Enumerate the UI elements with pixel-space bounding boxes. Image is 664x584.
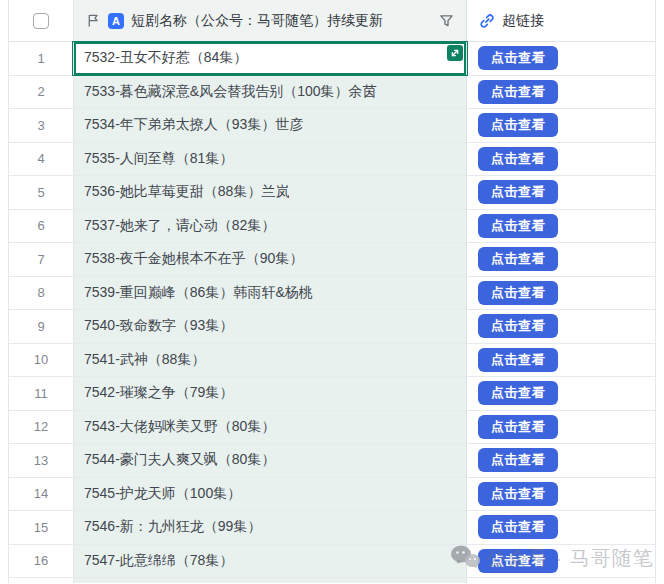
row-number[interactable]: 6: [9, 210, 73, 243]
row-number[interactable]: 16: [9, 545, 73, 578]
table-row: 4 7535-人间至尊（81集） 点击查看: [9, 143, 655, 177]
drama-title: 7546-新：九州狂龙（99集）: [84, 518, 261, 536]
drama-title: 7547-此意绵绵（78集）: [84, 552, 233, 570]
flag-icon: [86, 13, 101, 28]
link-cell: 点击查看: [467, 76, 655, 109]
table-row: 11 7542-璀璨之争（79集） 点击查看: [9, 377, 655, 411]
name-column-header[interactable]: A 短剧名称（公众号：马哥随笔）持续更新: [73, 0, 467, 41]
view-link-button[interactable]: 点击查看: [478, 46, 558, 70]
view-link-button[interactable]: 点击查看: [478, 348, 558, 372]
table-header-row: A 短剧名称（公众号：马哥随笔）持续更新 超链接: [9, 0, 655, 42]
drama-title: 7539-重回巅峰（86集）韩雨轩&杨桃: [84, 284, 313, 302]
row-number[interactable]: 3: [9, 109, 73, 142]
expand-cell-icon[interactable]: [447, 45, 463, 61]
row-number[interactable]: 11: [9, 377, 73, 410]
name-cell[interactable]: 7541-武神（88集）: [73, 344, 467, 377]
link-cell: 点击查看: [467, 42, 655, 75]
name-cell[interactable]: 7544-豪门夫人爽又飒（80集）: [73, 444, 467, 477]
name-cell[interactable]: 7533-暮色藏深意&风会替我告别（100集）余茵: [73, 76, 467, 109]
table-row: 3 7534-年下弟弟太撩人（93集）世彦 点击查看: [9, 109, 655, 143]
view-link-button[interactable]: 点击查看: [478, 482, 558, 506]
drama-title: 7540-致命数字（93集）: [84, 317, 233, 335]
name-cell[interactable]: 7542-璀璨之争（79集）: [73, 377, 467, 410]
view-link-button[interactable]: 点击查看: [478, 549, 558, 573]
table-body: 1 7532-丑女不好惹（84集） 点击查看 2 7533-暮色藏深意&风会替我…: [9, 42, 655, 578]
table-row: 9 7540-致命数字（93集） 点击查看: [9, 310, 655, 344]
data-table: A 短剧名称（公众号：马哥随笔）持续更新 超链接: [8, 0, 656, 583]
link-cell: 点击查看: [467, 377, 655, 410]
view-link-button[interactable]: 点击查看: [478, 80, 558, 104]
link-cell: 点击查看: [467, 444, 655, 477]
drama-title: 7537-她来了，请心动（82集）: [84, 217, 275, 235]
link-icon: [479, 13, 495, 29]
link-cell: 点击查看: [467, 109, 655, 142]
table-row: 1 7532-丑女不好惹（84集） 点击查看: [9, 42, 655, 76]
name-cell[interactable]: 7536-她比草莓更甜（88集）兰岚: [73, 176, 467, 209]
link-cell: 点击查看: [467, 344, 655, 377]
table-row: 15 7546-新：九州狂龙（99集） 点击查看: [9, 511, 655, 545]
select-all-cell: [9, 0, 73, 41]
name-cell-selected[interactable]: 7532-丑女不好惹（84集）: [73, 42, 467, 75]
name-cell[interactable]: 7543-大佬妈咪美又野（80集）: [73, 411, 467, 444]
name-cell[interactable]: 7535-人间至尊（81集）: [73, 143, 467, 176]
drama-title: 7532-丑女不好惹（84集）: [84, 49, 247, 67]
table-row: 5 7536-她比草莓更甜（88集）兰岚 点击查看: [9, 176, 655, 210]
drama-title: 7544-豪门夫人爽又飒（80集）: [84, 451, 275, 469]
name-cell[interactable]: 7545-护龙天师（100集）: [73, 478, 467, 511]
text-field-type-icon: A: [108, 13, 124, 29]
link-cell: 点击查看: [467, 511, 655, 544]
view-link-button[interactable]: 点击查看: [478, 381, 558, 405]
drama-title: 7543-大佬妈咪美又野（80集）: [84, 418, 275, 436]
bitable-view: A 短剧名称（公众号：马哥随笔）持续更新 超链接: [0, 0, 664, 584]
view-link-button[interactable]: 点击查看: [478, 247, 558, 271]
row-number[interactable]: 10: [9, 344, 73, 377]
link-cell: 点击查看: [467, 478, 655, 511]
name-cell[interactable]: 7537-她来了，请心动（82集）: [73, 210, 467, 243]
drama-title: 7542-璀璨之争（79集）: [84, 384, 233, 402]
drama-title: 7545-护龙天师（100集）: [84, 485, 241, 503]
link-cell: 点击查看: [467, 545, 655, 578]
name-cell[interactable]: 7547-此意绵绵（78集）: [73, 545, 467, 578]
row-number[interactable]: 12: [9, 411, 73, 444]
name-cell[interactable]: 7546-新：九州狂龙（99集）: [73, 511, 467, 544]
table-row: 12 7543-大佬妈咪美又野（80集） 点击查看: [9, 411, 655, 445]
link-cell: 点击查看: [467, 243, 655, 276]
drama-title: 7534-年下弟弟太撩人（93集）世彦: [84, 116, 303, 134]
row-number[interactable]: 4: [9, 143, 73, 176]
view-link-button[interactable]: 点击查看: [478, 214, 558, 238]
view-link-button[interactable]: 点击查看: [478, 415, 558, 439]
view-link-button[interactable]: 点击查看: [478, 180, 558, 204]
row-number[interactable]: 13: [9, 444, 73, 477]
row-number[interactable]: 5: [9, 176, 73, 209]
view-link-button[interactable]: 点击查看: [478, 314, 558, 338]
row-number[interactable]: 7: [9, 243, 73, 276]
table-row: 8 7539-重回巅峰（86集）韩雨轩&杨桃 点击查看: [9, 277, 655, 311]
table-row: 6 7537-她来了，请心动（82集） 点击查看: [9, 210, 655, 244]
table-row: 2 7533-暮色藏深意&风会替我告别（100集）余茵 点击查看: [9, 76, 655, 110]
row-number[interactable]: 2: [9, 76, 73, 109]
view-link-button[interactable]: 点击查看: [478, 515, 558, 539]
view-link-button[interactable]: 点击查看: [478, 147, 558, 171]
view-link-button[interactable]: 点击查看: [478, 281, 558, 305]
name-cell[interactable]: 7540-致命数字（93集）: [73, 310, 467, 343]
row-number[interactable]: 8: [9, 277, 73, 310]
table-row: 7 7538-夜千金她根本不在乎（90集） 点击查看: [9, 243, 655, 277]
link-cell: 点击查看: [467, 176, 655, 209]
drama-title: 7541-武神（88集）: [84, 351, 205, 369]
name-cell[interactable]: 7539-重回巅峰（86集）韩雨轩&杨桃: [73, 277, 467, 310]
filter-icon[interactable]: [439, 13, 454, 28]
select-all-checkbox[interactable]: [33, 13, 49, 29]
link-cell: 点击查看: [467, 210, 655, 243]
view-link-button[interactable]: 点击查看: [478, 448, 558, 472]
drama-title: 7535-人间至尊（81集）: [84, 150, 233, 168]
name-cell[interactable]: 7538-夜千金她根本不在乎（90集）: [73, 243, 467, 276]
row-number[interactable]: 14: [9, 478, 73, 511]
row-number[interactable]: 9: [9, 310, 73, 343]
link-column-header[interactable]: 超链接: [467, 0, 655, 41]
drama-title: 7533-暮色藏深意&风会替我告别（100集）余茵: [84, 83, 377, 101]
row-number[interactable]: 1: [9, 42, 73, 75]
row-number[interactable]: 15: [9, 511, 73, 544]
link-cell: 点击查看: [467, 277, 655, 310]
name-cell[interactable]: 7534-年下弟弟太撩人（93集）世彦: [73, 109, 467, 142]
view-link-button[interactable]: 点击查看: [478, 113, 558, 137]
